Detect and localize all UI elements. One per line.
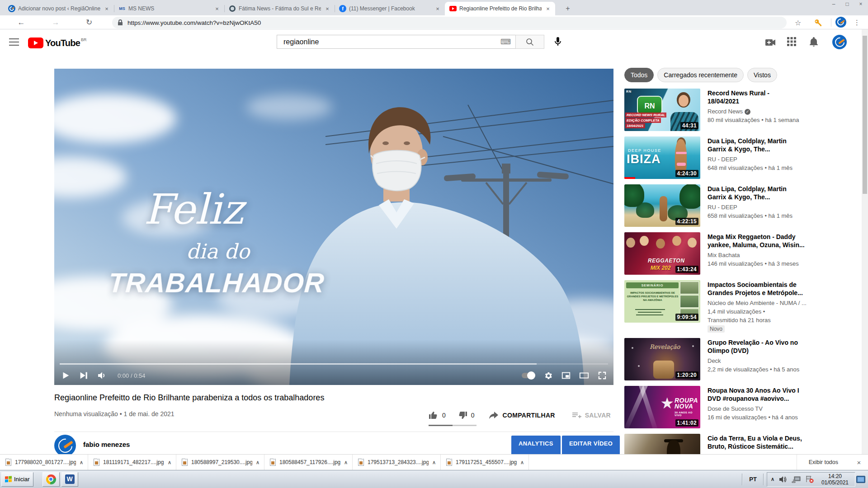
save-button[interactable]: SALVAR bbox=[571, 410, 611, 420]
recommended-video-7[interactable]: ★ ROUPA NOVA 30 ANOS AO VIVO 1:41:02 Rou… bbox=[624, 386, 854, 428]
browser-tab-ms-news[interactable]: MS MS NEWS × bbox=[114, 2, 224, 15]
tray-expand-icon[interactable]: ∧ bbox=[771, 476, 774, 482]
tab-close-icon[interactable]: × bbox=[434, 5, 441, 12]
fullscreen-icon[interactable] bbox=[597, 371, 607, 380]
search-query-text[interactable]: regiaonline bbox=[283, 38, 500, 46]
chip-todos[interactable]: Todos bbox=[624, 68, 654, 82]
youtube-apps-button[interactable] bbox=[787, 37, 797, 47]
download-menu-chevron-icon[interactable]: ∧ bbox=[80, 460, 83, 465]
new-tab-button[interactable]: + bbox=[562, 4, 573, 14]
search-input[interactable]: regiaonline ⌨ bbox=[277, 35, 515, 49]
virtual-keyboard-icon[interactable]: ⌨ bbox=[500, 38, 511, 46]
video-thumbnail[interactable]: RN RN RECORD NEWS RURAL EDIÇÃO COMPLETA … bbox=[624, 89, 700, 131]
password-extension-icon[interactable] bbox=[814, 17, 822, 28]
recommended-video-8[interactable]: Cio da Terra, Eu a Viola e Deus, Bruto, … bbox=[624, 434, 854, 454]
play-button[interactable] bbox=[61, 371, 71, 380]
window-maximize-button[interactable]: □ bbox=[843, 1, 852, 7]
volume-tray-icon[interactable] bbox=[779, 476, 787, 483]
tab-close-icon[interactable]: × bbox=[324, 5, 331, 12]
channel-name[interactable]: fabio menezes bbox=[83, 441, 130, 448]
recommended-video-5[interactable]: SEMINÁRIO IMPACTOS SOCIOAMBIENTAIS DE GR… bbox=[624, 280, 854, 333]
progress-bar[interactable] bbox=[60, 363, 608, 365]
edit-video-button[interactable]: EDITAR VÍDEO bbox=[562, 436, 620, 455]
browser-menu-icon[interactable]: ⋮ bbox=[854, 17, 860, 28]
download-menu-chevron-icon[interactable]: ∧ bbox=[344, 460, 348, 465]
video-thumbnail[interactable]: ★ ROUPA NOVA 30 ANOS AO VIVO 1:41:02 bbox=[624, 386, 700, 428]
taskbar-chrome-button[interactable] bbox=[42, 472, 60, 487]
recommended-video-1[interactable]: RN RN RECORD NEWS RURAL EDIÇÃO COMPLETA … bbox=[624, 89, 854, 131]
notifications-button[interactable] bbox=[808, 37, 819, 47]
recommended-video-6[interactable]: Revelação 1:20:20 Grupo Revelação - Ao V… bbox=[624, 338, 854, 380]
like-button[interactable]: 0 bbox=[429, 410, 446, 420]
next-button[interactable] bbox=[79, 371, 89, 380]
recommended-video-3[interactable]: 4:22:15 Dua Lipa, Coldplay, Martin Garri… bbox=[624, 184, 854, 227]
reload-button[interactable]: ↻ bbox=[83, 17, 95, 28]
settings-gear-icon[interactable] bbox=[543, 371, 553, 380]
display-tray-icon[interactable] bbox=[856, 476, 865, 483]
channel-name: Deck bbox=[708, 357, 721, 365]
video-thumbnail[interactable]: SEMINÁRIO IMPACTOS SOCIOAMBIENTAIS DE GR… bbox=[624, 280, 700, 323]
close-shelf-icon[interactable]: × bbox=[850, 459, 868, 466]
download-menu-chevron-icon[interactable]: ∧ bbox=[432, 460, 436, 465]
share-button[interactable]: COMPARTILHAR bbox=[488, 410, 555, 420]
video-thumbnail[interactable]: DEEP HOUSE IBIZA 4:24:30 bbox=[624, 136, 700, 179]
autoplay-toggle[interactable] bbox=[522, 373, 535, 378]
download-menu-chevron-icon[interactable]: ∧ bbox=[256, 460, 259, 465]
scrollbar-thumb[interactable] bbox=[863, 36, 867, 194]
window-close-button[interactable]: × bbox=[856, 1, 865, 7]
video-thumbnail[interactable]: Revelação 1:20:20 bbox=[624, 338, 700, 380]
account-avatar[interactable] bbox=[832, 35, 847, 49]
chip-vistos[interactable]: Vistos bbox=[747, 68, 777, 82]
download-item-5[interactable]: 179513713_284323....jpg ∧ bbox=[353, 455, 441, 470]
browser-tab-fatima-news[interactable]: Fátima News - Fátima do Sul e Regi × bbox=[224, 2, 335, 15]
browser-tab-youtube-active[interactable]: Regiaonline Prefeitto de Rio Brilhant × bbox=[445, 2, 555, 15]
analytics-button[interactable]: ANALYTICS bbox=[511, 436, 561, 455]
taskbar-clock[interactable]: 14:20 01/05/2021 bbox=[819, 473, 851, 486]
video-thumbnail[interactable]: 4:22:15 bbox=[624, 184, 700, 227]
taskbar-word-button[interactable]: W bbox=[61, 472, 78, 487]
browser-tab-messenger[interactable]: f (11) Messenger | Facebook × bbox=[335, 2, 445, 15]
recommended-video-2[interactable]: DEEP HOUSE IBIZA 4:24:30 Dua Lipa, Coldp… bbox=[624, 136, 854, 179]
video-thumbnail[interactable] bbox=[624, 434, 700, 454]
chip-carregados-recentemente[interactable]: Carregados recentemente bbox=[657, 68, 744, 82]
download-item-1[interactable]: 177988020_801727....jpg ∧ bbox=[0, 455, 88, 470]
address-bar[interactable]: https://www.youtube.com/watch?v=bzNjwOKt… bbox=[112, 17, 787, 28]
youtube-logo[interactable]: YouTube BR bbox=[28, 38, 87, 48]
jpg-file-icon bbox=[182, 459, 188, 466]
forward-button[interactable]: → bbox=[50, 17, 61, 28]
youtube-masthead: YouTube BR regiaonline ⌨ bbox=[0, 29, 868, 55]
action-center-flag-icon[interactable] bbox=[805, 475, 814, 483]
video-thumbnail[interactable]: REGGAETON MIX 202 1:43:24 bbox=[624, 232, 700, 275]
download-item-3[interactable]: 180588997_219530....jpg ∧ bbox=[176, 455, 264, 470]
tab-close-icon[interactable]: × bbox=[544, 5, 552, 12]
browser-tab-regiaonline-admin[interactable]: Adicionar novo post ‹ RegiãOnline – × bbox=[4, 2, 114, 15]
window-minimize-button[interactable]: – bbox=[829, 1, 838, 7]
search-button[interactable] bbox=[515, 35, 544, 49]
download-menu-chevron-icon[interactable]: ∧ bbox=[168, 460, 171, 465]
tab-close-icon[interactable]: × bbox=[103, 5, 110, 12]
browser-profile-avatar[interactable] bbox=[835, 17, 846, 28]
guide-menu-icon[interactable] bbox=[9, 38, 19, 46]
download-menu-chevron-icon[interactable]: ∧ bbox=[520, 460, 524, 465]
recommended-video-4[interactable]: REGGAETON MIX 202 1:43:24 Mega Mix Regga… bbox=[624, 232, 854, 275]
channel-avatar[interactable] bbox=[54, 435, 76, 456]
create-video-button[interactable] bbox=[764, 37, 775, 47]
miniplayer-icon[interactable] bbox=[561, 371, 571, 380]
buffer-bar bbox=[60, 363, 537, 365]
video-player[interactable]: Feliz dia do TRABALHADOR 0:00 / 0:54 bbox=[54, 69, 613, 385]
network-tray-icon[interactable] bbox=[792, 476, 801, 483]
page-scrollbar[interactable] bbox=[862, 29, 868, 454]
theater-mode-icon[interactable] bbox=[579, 371, 589, 380]
tab-close-icon[interactable]: × bbox=[213, 5, 221, 12]
show-all-downloads-button[interactable]: Exibir todos bbox=[797, 455, 850, 470]
voice-search-button[interactable] bbox=[552, 36, 563, 47]
language-indicator[interactable]: PT bbox=[745, 476, 760, 483]
download-item-6[interactable]: 179117251_455507....jpg ∧ bbox=[441, 455, 529, 470]
start-button[interactable]: Iniciar bbox=[1, 472, 33, 487]
volume-button[interactable] bbox=[97, 370, 108, 381]
dislike-button[interactable]: 0 bbox=[458, 410, 475, 420]
bookmark-star-icon[interactable]: ☆ bbox=[795, 17, 801, 28]
back-button[interactable]: ← bbox=[15, 17, 27, 28]
download-item-2[interactable]: 181119171_482217....jpg ∧ bbox=[88, 455, 176, 470]
download-item-4[interactable]: 180588457_117926....jpg ∧ bbox=[264, 455, 353, 470]
